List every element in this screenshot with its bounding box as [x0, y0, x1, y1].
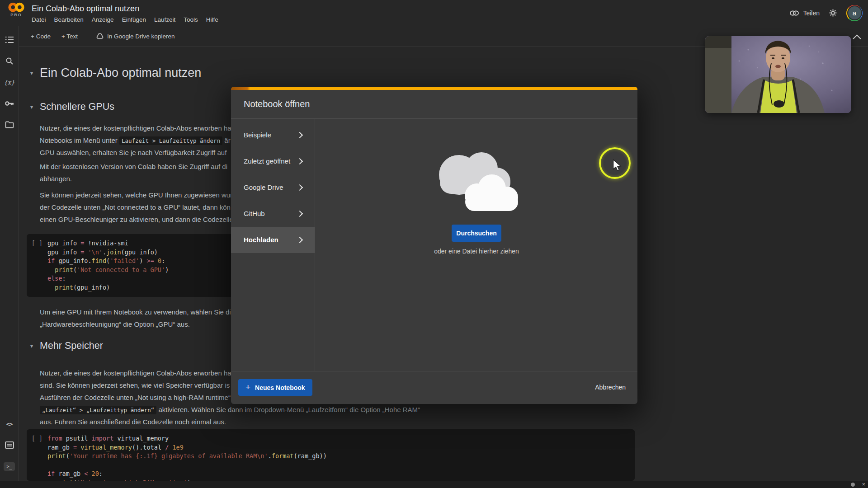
left-sidebar: {x} <> >_ — [0, 26, 19, 481]
code-line: else: — [47, 274, 169, 283]
markdown-paragraph: Nutzer, die eines der kostenpflichtigen … — [40, 122, 231, 159]
settings-button[interactable] — [829, 9, 837, 17]
colab-logo-icon — [7, 2, 26, 12]
link-icon — [790, 10, 799, 16]
code-line: if ram_gb < 20: — [47, 469, 327, 479]
code-line: print(gpu_info) — [47, 283, 169, 292]
pro-badge: PRO — [5, 13, 27, 17]
command-palette-icon[interactable] — [3, 438, 16, 452]
run-cell-button[interactable]: [ ] — [27, 434, 47, 476]
inline-code: „Laufzeit“ > „Laufzeittyp ändern“ — [40, 406, 156, 414]
code-line: print('Your runtime has {:.1f} gigabytes… — [47, 452, 327, 461]
collapse-arrow-icon[interactable]: ▾ — [27, 70, 40, 76]
colab-pro-logo[interactable]: PRO — [5, 2, 27, 17]
chevron-right-icon — [297, 158, 303, 164]
heading-row: ▾Mehr Speicher — [27, 340, 103, 352]
recorder-close-icon[interactable]: × — [862, 481, 865, 488]
section-heading: Schnellere GPUs — [40, 101, 114, 113]
code-cell[interactable]: [ ]from psutil import virtual_memoryram_… — [27, 429, 635, 481]
code-line: gpu_info = '\n'.join(gpu_info) — [47, 248, 169, 257]
variables-icon[interactable]: {x} — [3, 75, 16, 89]
dialog-tab-beispiele[interactable]: Beispiele — [231, 122, 315, 148]
chevron-right-icon — [297, 237, 303, 243]
upload-panel: Durchsuchen oder eine Datei hierher zieh… — [316, 119, 637, 371]
new-notebook-button[interactable]: + Neues Notebook — [238, 379, 312, 396]
gear-icon — [829, 9, 837, 17]
header-actions: Teilen a — [790, 0, 863, 26]
heading-row: ▾Ein Colab-Abo optimal nutzen — [27, 66, 201, 80]
share-button[interactable]: Teilen — [790, 9, 820, 17]
code-line: ram_gb = virtual_memory().total / 1e9 — [47, 443, 327, 452]
dialog-footer: + Neues Notebook Abbrechen — [231, 371, 637, 404]
mouse-cursor — [613, 159, 622, 174]
account-avatar[interactable]: a — [846, 5, 863, 21]
chevron-right-icon — [297, 132, 303, 138]
chevron-right-icon — [297, 211, 303, 217]
avatar-letter: a — [847, 5, 862, 20]
collapse-header-chevron-icon[interactable] — [853, 34, 861, 42]
section-heading: Ein Colab-Abo optimal nutzen — [40, 66, 201, 80]
colab-window: PRO Ein Colab-Abo optimal nutzen DateiBe… — [0, 0, 868, 488]
code-line: gpu_info = !nvidia-smi — [47, 239, 169, 248]
markdown-paragraph: Um eine GPU mit Ihrem Notebook zu verwen… — [40, 306, 231, 330]
plus-icon: + — [245, 382, 250, 392]
dialog-source-nav: BeispieleZuletzt geöffnetGoogle DriveGit… — [231, 119, 315, 371]
files-folder-icon[interactable] — [3, 118, 16, 131]
run-cell-button[interactable]: [ ] — [27, 239, 47, 292]
code-line: if gpu_info.find('failed') >= 0: — [47, 257, 169, 266]
dialog-tab-github[interactable]: GitHub — [231, 201, 315, 227]
recorder-dot-icon[interactable] — [851, 483, 855, 487]
open-notebook-dialog: Notebook öffnen BeispieleZuletzt geöffne… — [231, 87, 637, 404]
new-notebook-label: Neues Notebook — [255, 384, 305, 391]
dialog-tab-google-drive[interactable]: Google Drive — [231, 174, 315, 201]
heading-row: ▾Schnellere GPUs — [27, 101, 114, 113]
code-line — [47, 461, 327, 470]
upload-cloud-illustration — [424, 145, 530, 219]
terminal-icon[interactable]: >_ — [3, 460, 16, 473]
markdown-paragraph: Sie können jederzeit sehen, welche GPU I… — [40, 189, 233, 225]
loading-progress-bar — [231, 87, 637, 90]
inline-code: Laufzeit > Laufzeittyp ändern — [119, 136, 222, 145]
dialog-tab-hochladen[interactable]: Hochladen — [231, 227, 315, 253]
share-label: Teilen — [803, 9, 820, 17]
search-icon[interactable] — [3, 54, 16, 68]
chevron-right-icon — [297, 184, 303, 191]
code-snippets-icon[interactable]: <> — [3, 417, 16, 431]
markdown-paragraph: Mit der kostenlosen Version von Colab ha… — [40, 160, 227, 185]
collapse-arrow-icon[interactable]: ▾ — [27, 343, 40, 349]
section-heading: Mehr Speicher — [40, 340, 103, 352]
collapse-arrow-icon[interactable]: ▾ — [27, 104, 40, 110]
cancel-button[interactable]: Abbrechen — [595, 384, 626, 391]
recorder-strip: × — [0, 481, 868, 488]
code-line: print('Not connected to a GPU') — [47, 266, 169, 275]
webcam-video-overlay — [705, 36, 851, 113]
browse-button[interactable]: Durchsuchen — [452, 225, 501, 242]
dialog-title: Notebook öffnen — [244, 99, 310, 109]
secrets-key-icon[interactable] — [3, 97, 16, 110]
dialog-tab-zuletzt-ge-ffnet[interactable]: Zuletzt geöffnet — [231, 148, 315, 174]
code-line: from psutil import virtual_memory — [47, 434, 327, 443]
drop-file-hint: oder eine Datei hierher ziehen — [434, 248, 519, 255]
table-of-contents-icon[interactable] — [3, 33, 16, 47]
